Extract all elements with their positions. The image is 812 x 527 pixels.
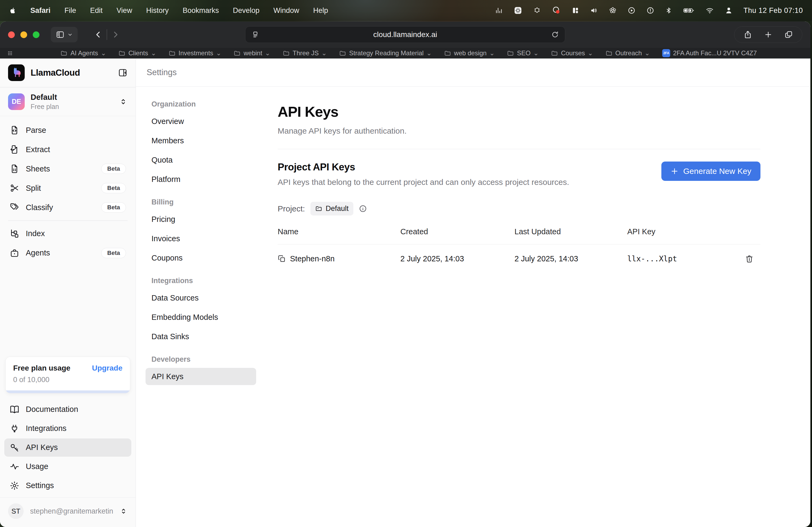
project-badge[interactable]: Default bbox=[310, 202, 354, 215]
settings-item-data-sources[interactable]: Data Sources bbox=[146, 289, 256, 306]
menu-file[interactable]: File bbox=[64, 6, 76, 15]
book-open-icon bbox=[10, 405, 19, 414]
llamacloud-logo[interactable] bbox=[8, 64, 25, 81]
file-code-icon bbox=[10, 125, 19, 135]
menu-edit[interactable]: Edit bbox=[90, 6, 103, 15]
menu-bookmarks[interactable]: Bookmarks bbox=[183, 6, 219, 15]
sidebar-item-index[interactable]: Index bbox=[4, 224, 131, 243]
tab-overview-icon[interactable] bbox=[784, 30, 793, 39]
settings-page-header: Settings bbox=[136, 59, 810, 87]
beta-badge: Beta bbox=[101, 183, 126, 193]
settings-item-members[interactable]: Members bbox=[146, 132, 256, 149]
sidebar-item-api-keys[interactable]: API Keys bbox=[4, 438, 131, 457]
zoom-window-button[interactable] bbox=[33, 31, 40, 38]
sidebar-item-usage[interactable]: Usage bbox=[4, 457, 131, 476]
new-tab-icon[interactable] bbox=[764, 30, 772, 39]
keyboard-settings-icon[interactable] bbox=[514, 6, 522, 15]
sidebar-item-documentation[interactable]: Documentation bbox=[4, 400, 131, 419]
menu-help[interactable]: Help bbox=[313, 6, 328, 15]
bookmark-folder-strategy-reading[interactable]: Strategy Reading Material⌄ bbox=[339, 49, 432, 57]
user-menu[interactable]: ST stephen@granitemarketin... bbox=[0, 497, 135, 527]
bookmark-folder-courses[interactable]: Courses⌄ bbox=[551, 49, 593, 57]
alert-circle-icon[interactable] bbox=[646, 6, 654, 15]
section-title: Project API Keys bbox=[278, 162, 569, 173]
sidebar-item-integrations[interactable]: Integrations bbox=[4, 419, 131, 438]
settings-item-overview[interactable]: Overview bbox=[146, 113, 256, 130]
menubar-clock[interactable]: Thu 12 Feb 07:10 bbox=[743, 6, 803, 15]
generate-new-key-button[interactable]: Generate New Key bbox=[661, 162, 760, 181]
toolbar-right-group bbox=[734, 26, 802, 43]
bookmark-folder-webint[interactable]: webint⌄ bbox=[234, 49, 270, 57]
trash-icon[interactable] bbox=[745, 255, 753, 263]
beta-badge: Beta bbox=[101, 248, 126, 258]
sidebar-item-parse[interactable]: Parse bbox=[4, 120, 131, 140]
share-icon[interactable] bbox=[743, 30, 752, 39]
sidebar-item-extract[interactable]: Extract bbox=[4, 140, 131, 159]
menu-safari[interactable]: Safari bbox=[30, 6, 50, 15]
frequently-visited-grid-icon[interactable] bbox=[7, 50, 14, 57]
menu-history[interactable]: History bbox=[146, 6, 169, 15]
apple-icon[interactable] bbox=[9, 7, 16, 14]
settings-item-embedding-models[interactable]: Embedding Models bbox=[146, 308, 256, 326]
section-description: API keys that belong to the current proj… bbox=[278, 178, 569, 187]
settings-item-pricing[interactable]: Pricing bbox=[146, 211, 256, 228]
sidebar-item-classify[interactable]: Classify Beta bbox=[4, 198, 131, 217]
file-sheet-icon bbox=[10, 164, 19, 174]
settings-item-coupons[interactable]: Coupons bbox=[146, 249, 256, 267]
settings-item-platform[interactable]: Platform bbox=[146, 171, 256, 188]
copy-icon[interactable] bbox=[278, 255, 286, 263]
settings-item-quota[interactable]: Quota bbox=[146, 151, 256, 168]
bookmark-folder-three-js[interactable]: Three JS⌄ bbox=[283, 49, 327, 57]
sidebar-toggle-button[interactable] bbox=[51, 27, 77, 42]
settings-item-invoices[interactable]: Invoices bbox=[146, 230, 256, 247]
openai-icon[interactable] bbox=[533, 6, 541, 15]
usage-value: 0 of 10,000 bbox=[13, 376, 122, 384]
info-icon[interactable] bbox=[359, 205, 367, 213]
traffic-lights bbox=[8, 31, 40, 38]
plug-icon bbox=[10, 424, 19, 433]
bookmark-folder-outreach[interactable]: Outreach⌄ bbox=[606, 49, 650, 57]
beta-badge: Beta bbox=[101, 164, 126, 174]
bluetooth-icon[interactable] bbox=[665, 6, 672, 15]
menu-view[interactable]: View bbox=[117, 6, 132, 15]
battery-charging-icon[interactable] bbox=[683, 6, 695, 15]
bookmark-folder-web-design[interactable]: web design⌄ bbox=[444, 49, 495, 57]
browser-toolbar: cloud.llamaindex.ai bbox=[0, 21, 810, 48]
forward-button[interactable] bbox=[111, 30, 120, 39]
close-window-button[interactable] bbox=[8, 31, 15, 38]
reader-icon[interactable] bbox=[251, 31, 259, 39]
user-switch-icon[interactable] bbox=[725, 6, 733, 15]
window-panes-icon[interactable] bbox=[572, 7, 579, 14]
usage-title: Free plan usage bbox=[13, 364, 70, 373]
back-button[interactable] bbox=[94, 30, 103, 39]
flower-icon[interactable] bbox=[609, 6, 617, 15]
workspace-name: Default bbox=[31, 93, 59, 102]
upgrade-link[interactable]: Upgrade bbox=[92, 364, 122, 373]
menu-window[interactable]: Window bbox=[273, 6, 299, 15]
workspace-switcher[interactable]: DE Default Free plan bbox=[0, 88, 135, 116]
screen-record-icon[interactable] bbox=[552, 6, 561, 15]
sidebar-item-split[interactable]: Split Beta bbox=[4, 178, 131, 198]
settings-section-integrations: Integrations bbox=[146, 277, 256, 285]
bookmark-2fa-auth[interactable]: 2FA 2FA Auth Fac...U 2VTV C4Z7 bbox=[662, 49, 757, 57]
settings-item-data-sinks[interactable]: Data Sinks bbox=[146, 328, 256, 345]
bookmark-folder-investments[interactable]: Investments⌄ bbox=[169, 49, 221, 57]
sidebar-item-agents[interactable]: Agents Beta bbox=[4, 243, 131, 263]
settings-item-api-keys[interactable]: API Keys bbox=[146, 368, 256, 385]
play-circle-icon[interactable] bbox=[627, 6, 636, 15]
wifi-icon[interactable] bbox=[706, 6, 714, 15]
volume-icon[interactable] bbox=[590, 6, 598, 15]
url-text[interactable]: cloud.llamaindex.ai bbox=[259, 30, 551, 39]
bookmark-folder-seo[interactable]: SEO⌄ bbox=[507, 49, 539, 57]
sidebar-item-sheets[interactable]: Sheets Beta bbox=[4, 159, 131, 178]
bookmark-folder-clients[interactable]: Clients⌄ bbox=[118, 49, 156, 57]
collapse-sidebar-icon[interactable] bbox=[118, 68, 128, 77]
brand-row: LlamaCloud bbox=[0, 59, 135, 87]
minimize-window-button[interactable] bbox=[20, 31, 27, 38]
reload-icon[interactable] bbox=[551, 31, 559, 39]
address-bar[interactable]: cloud.llamaindex.ai bbox=[245, 26, 565, 43]
bookmark-folder-ai-agents[interactable]: AI Agents⌄ bbox=[60, 49, 106, 57]
stats-bars-icon[interactable] bbox=[495, 6, 503, 15]
menu-develop[interactable]: Develop bbox=[233, 6, 259, 15]
sidebar-item-settings[interactable]: Settings bbox=[4, 477, 131, 495]
